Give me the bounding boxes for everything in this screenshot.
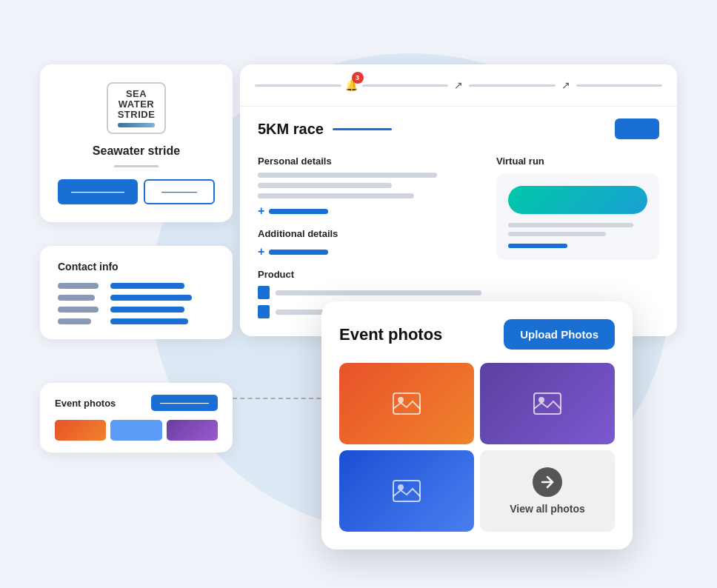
product-file-icon bbox=[258, 286, 270, 299]
track-line-2 bbox=[362, 84, 449, 87]
image-placeholder-icon bbox=[393, 392, 421, 415]
thumbnail-blue bbox=[110, 420, 161, 441]
field-line bbox=[258, 183, 392, 188]
contact-col-right bbox=[110, 283, 192, 324]
additional-details-heading: Additional details bbox=[258, 228, 481, 239]
sidebar-outline-button[interactable]: ———— bbox=[144, 179, 215, 204]
personal-details-heading: Personal details bbox=[258, 156, 481, 167]
image-placeholder-icon bbox=[393, 480, 421, 502]
contact-rows bbox=[58, 283, 215, 324]
popup-header: Event photos Upload Photos bbox=[339, 319, 615, 350]
logo-wave bbox=[118, 123, 155, 127]
contact-line bbox=[110, 318, 188, 324]
add-line bbox=[269, 209, 328, 214]
event-photos-thumbnails bbox=[55, 420, 218, 441]
svg-rect-0 bbox=[393, 393, 420, 414]
contact-col-left bbox=[58, 283, 99, 324]
contact-line bbox=[58, 318, 91, 324]
topbar: 🔔 3 ↗ ↗ bbox=[240, 64, 677, 107]
race-title-row: 5KM race bbox=[258, 121, 392, 138]
virtual-run-cta[interactable] bbox=[508, 186, 647, 214]
download-icon bbox=[258, 305, 270, 318]
event-photos-sidebar-header: Event photos —————— bbox=[55, 395, 218, 411]
photo-cell-3[interactable] bbox=[339, 450, 474, 532]
add-icon: + bbox=[258, 245, 264, 258]
logo-line3: STRIDE bbox=[118, 110, 156, 120]
add-icon: + bbox=[258, 204, 264, 218]
popup-title: Event photos bbox=[339, 325, 442, 344]
view-all-arrow-icon bbox=[533, 467, 562, 497]
connector-line bbox=[233, 398, 336, 399]
add-line bbox=[269, 250, 328, 255]
upload-photos-button[interactable]: Upload Photos bbox=[504, 319, 615, 350]
org-name-underline bbox=[114, 165, 159, 167]
vr-link[interactable] bbox=[508, 244, 567, 248]
sidebar-primary-button[interactable]: —————— bbox=[58, 179, 138, 204]
race-action-button[interactable] bbox=[615, 118, 659, 139]
virtual-run-box bbox=[496, 174, 659, 260]
left-section: Personal details + Additional details + … bbox=[258, 145, 481, 318]
contact-line bbox=[58, 283, 99, 289]
product-line bbox=[276, 290, 481, 295]
product-heading: Product bbox=[258, 269, 481, 280]
external-link-icon-2[interactable]: ↗ bbox=[556, 75, 576, 96]
add-additional-row: + bbox=[258, 245, 481, 258]
view-all-photos-cell[interactable]: View all photos bbox=[480, 450, 615, 532]
product-row-1 bbox=[258, 286, 481, 299]
logo-line2: WATER bbox=[119, 99, 154, 110]
photo-cell-2[interactable] bbox=[480, 363, 615, 444]
event-photos-popup: Event photos Upload Photos bbox=[321, 301, 633, 549]
add-personal-row: + bbox=[258, 204, 481, 218]
race-header: 5KM race bbox=[240, 107, 677, 145]
org-name: Seawater stride bbox=[58, 144, 215, 158]
contact-line bbox=[110, 307, 184, 313]
track-line-3 bbox=[469, 84, 556, 87]
notification-badge: 3 bbox=[352, 72, 364, 84]
virtual-run-title: Virtual run bbox=[496, 156, 659, 167]
contact-line bbox=[110, 295, 192, 301]
view-all-label: View all photos bbox=[510, 503, 585, 515]
image-placeholder-icon bbox=[533, 392, 561, 415]
sidebar-buttons: —————— ———— bbox=[58, 179, 215, 204]
contact-line bbox=[58, 295, 95, 301]
contact-line bbox=[110, 283, 184, 289]
org-logo: SEA WATER STRIDE bbox=[107, 82, 166, 134]
contact-line bbox=[58, 307, 99, 313]
topbar-track: 🔔 3 ↗ ↗ bbox=[255, 75, 662, 96]
logo-line1: SEA bbox=[126, 89, 147, 99]
thumbnail-orange bbox=[55, 420, 106, 441]
main-card: 🔔 3 ↗ ↗ 5KM race Personal details bbox=[240, 64, 677, 336]
field-line bbox=[258, 193, 414, 198]
event-photos-sidebar-card: Event photos —————— bbox=[40, 383, 233, 452]
right-section: Virtual run bbox=[496, 145, 659, 318]
virtual-run-lines bbox=[508, 223, 647, 236]
photo-cell-1[interactable] bbox=[339, 363, 474, 444]
vr-line bbox=[508, 232, 606, 236]
external-link-icon-1[interactable]: ↗ bbox=[448, 75, 469, 96]
race-title-underline bbox=[333, 128, 392, 130]
thumbnail-purple bbox=[167, 420, 218, 441]
svg-rect-2 bbox=[534, 393, 561, 414]
sidebar-card: SEA WATER STRIDE Seawater stride —————— … bbox=[40, 64, 233, 222]
event-photos-sidebar-title: Event photos bbox=[55, 398, 116, 409]
vr-line bbox=[508, 223, 633, 227]
photo-grid: View all photos bbox=[339, 363, 615, 532]
notification-icon[interactable]: 🔔 3 bbox=[341, 75, 362, 96]
svg-rect-4 bbox=[393, 481, 420, 501]
field-line bbox=[258, 173, 437, 178]
scene-container: SEA WATER STRIDE Seawater stride —————— … bbox=[18, 20, 699, 568]
contact-info-card: Contact info bbox=[40, 246, 233, 339]
track-line-1 bbox=[255, 84, 341, 87]
contact-title: Contact info bbox=[58, 261, 215, 273]
track-line-4 bbox=[576, 84, 663, 87]
race-title: 5KM race bbox=[258, 121, 324, 138]
event-photos-sidebar-button[interactable]: —————— bbox=[151, 395, 218, 411]
